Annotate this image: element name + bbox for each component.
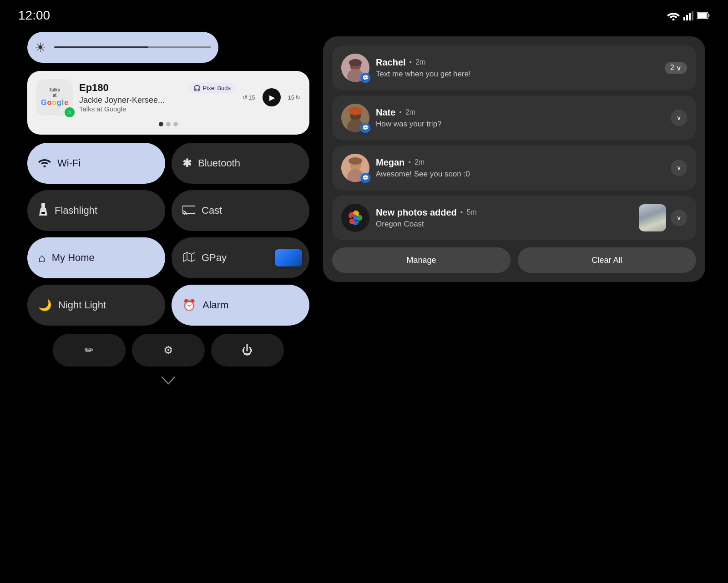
megan-content: Megan • 2m Awesome! See you soon :0: [376, 157, 664, 179]
photos-time: 5m: [466, 208, 476, 216]
notification-megan[interactable]: 💬 Megan • 2m Awesome! See you soon :0 ∨: [332, 146, 696, 190]
nate-app-badge: 💬: [360, 123, 370, 133]
rachel-time: 2m: [415, 58, 425, 66]
tile-gpay[interactable]: GPay: [172, 237, 309, 278]
photos-header: New photos added • 5m: [376, 207, 632, 218]
nate-actions: ∨: [671, 110, 687, 126]
nate-message: How was your trip?: [376, 120, 664, 129]
svg-point-8: [44, 165, 46, 167]
megan-expand-btn[interactable]: ∨: [671, 160, 687, 176]
status-time: 12:00: [18, 8, 50, 23]
pixel-buds-icon: 🎧: [193, 85, 201, 91]
photos-name: New photos added: [376, 207, 457, 218]
rachel-actions: 2 ∨: [665, 62, 687, 74]
rachel-name: Rachel: [376, 57, 406, 68]
media-app-icon: Talksat Google ♫: [36, 79, 73, 116]
megan-message: Awesome! See you soon :0: [376, 170, 664, 179]
svg-rect-4: [692, 11, 693, 20]
svg-rect-2: [686, 15, 688, 20]
alarm-label: Alarm: [202, 299, 228, 311]
signal-status-icon: [683, 10, 693, 20]
megan-name: Megan: [376, 157, 404, 168]
svg-point-25: [349, 157, 362, 165]
nate-name: Nate: [376, 107, 395, 118]
edit-button[interactable]: ✏: [53, 334, 126, 367]
talks-text: Talksat: [41, 87, 68, 98]
svg-rect-3: [689, 13, 691, 20]
tile-wifi[interactable]: Wi-Fi: [27, 143, 165, 184]
svg-rect-12: [182, 206, 195, 213]
notification-nate[interactable]: 💬 Nate • 2m How was your trip? ∨: [332, 95, 696, 140]
nate-time: 2m: [405, 108, 415, 116]
bluetooth-icon: ✱: [182, 157, 192, 170]
rachel-count-chevron: ∨: [676, 64, 682, 72]
bottom-controls: ✏ ⚙ ⏻: [27, 334, 309, 367]
rewind-btn[interactable]: ↺15: [243, 94, 255, 101]
nate-content: Nate • 2m How was your trip?: [376, 107, 664, 129]
photos-avatar-wrapper: [341, 204, 369, 232]
media-dot-1: [159, 122, 163, 126]
gpay-label: GPay: [202, 252, 227, 264]
flashlight-icon: [38, 203, 48, 219]
nightlight-label: Night Light: [58, 299, 106, 311]
cast-icon: [182, 204, 195, 218]
photos-expand-btn[interactable]: ∨: [671, 210, 687, 226]
pixel-buds-badge: 🎧 Pixel Buds: [188, 83, 236, 93]
brightness-slider-fill: [54, 46, 148, 48]
photos-pinwheel-icon: [347, 210, 364, 226]
media-dots: [36, 122, 300, 126]
gpay-icon: [182, 251, 195, 265]
chevron-down[interactable]: [27, 375, 309, 387]
notif-bottom-row: Manage Clear All: [332, 247, 696, 273]
tile-nightlight[interactable]: 🌙 Night Light: [27, 285, 165, 326]
forward-btn[interactable]: 15↻: [288, 94, 300, 101]
power-button[interactable]: ⏻: [211, 334, 284, 367]
play-button[interactable]: [263, 88, 281, 106]
tiles-grid: Wi-Fi ✱ Bluetooth Flashlight Cast: [27, 143, 309, 326]
tile-bluetooth[interactable]: ✱ Bluetooth: [172, 143, 309, 184]
clear-all-button[interactable]: Clear All: [518, 247, 696, 273]
rachel-count-badge[interactable]: 2 ∨: [665, 62, 687, 74]
cast-label: Cast: [202, 205, 222, 216]
wifi-status-icon: [667, 10, 680, 20]
rachel-header: Rachel • 2m: [376, 57, 658, 68]
svg-point-21: [348, 107, 363, 115]
photos-message: Oregon Coast: [376, 220, 632, 229]
notification-photos[interactable]: New photos added • 5m Oregon Coast ∨: [332, 196, 696, 240]
tile-myhome[interactable]: ⌂ My Home: [27, 237, 165, 278]
brightness-slider-track[interactable]: [54, 46, 211, 48]
notifications-panel: 💬 Rachel • 2m Text me when you get here!…: [323, 36, 705, 282]
media-dot-2: [166, 122, 171, 126]
svg-rect-9: [41, 203, 45, 208]
svg-point-0: [672, 19, 675, 21]
tile-cast[interactable]: Cast: [172, 190, 309, 231]
megan-actions: ∨: [671, 160, 687, 176]
rachel-avatar-wrapper: 💬: [341, 54, 369, 82]
brightness-row: ☀: [27, 32, 309, 63]
media-title: Jackie Joyner-Kersee...: [79, 95, 170, 105]
megan-app-badge: 💬: [360, 173, 370, 183]
media-episode: Ep180: [79, 82, 109, 94]
alarm-icon: ⏰: [182, 299, 196, 312]
status-icons: [667, 10, 710, 20]
manage-button[interactable]: Manage: [332, 247, 511, 273]
main-layout: ☀ Talksat Google ♫: [0, 27, 728, 578]
megan-avatar-wrapper: 💬: [341, 154, 369, 182]
tile-alarm[interactable]: ⏰ Alarm: [172, 285, 309, 326]
media-player-card[interactable]: Talksat Google ♫ Ep180 🎧 Pixel Buds: [27, 71, 309, 135]
quick-settings-panel: ☀ Talksat Google ♫: [27, 32, 309, 574]
svg-rect-6: [708, 14, 710, 17]
thumbnail-image: [639, 204, 666, 231]
nate-avatar-wrapper: 💬: [341, 104, 369, 132]
media-info: Ep180 🎧 Pixel Buds Jackie Joyner-Kersee.…: [79, 82, 236, 113]
svg-rect-7: [698, 13, 707, 18]
notification-rachel[interactable]: 💬 Rachel • 2m Text me when you get here!…: [332, 45, 696, 90]
tile-flashlight[interactable]: Flashlight: [27, 190, 165, 231]
nate-expand-btn[interactable]: ∨: [671, 110, 687, 126]
rachel-content: Rachel • 2m Text me when you get here!: [376, 57, 658, 79]
svg-point-17: [349, 59, 362, 66]
brightness-control[interactable]: ☀: [27, 32, 218, 63]
svg-rect-1: [683, 17, 685, 20]
spotify-badge: ♫: [65, 107, 75, 117]
settings-button[interactable]: ⚙: [132, 334, 205, 367]
